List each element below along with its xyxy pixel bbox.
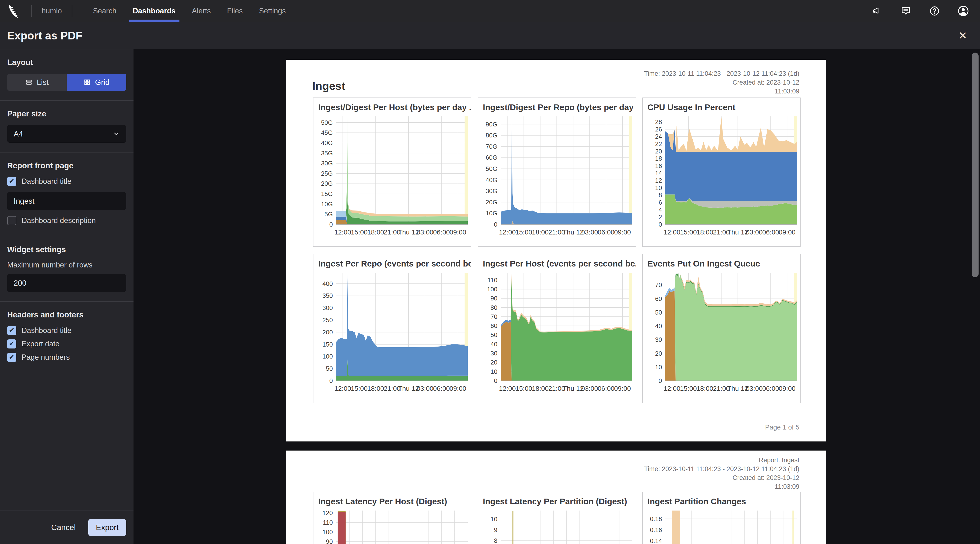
chart-plot: 8910 [478,507,636,544]
headers-footers-heading: Headers and footers [7,310,126,319]
svg-text:06:00: 06:00 [598,228,614,236]
svg-text:0.16: 0.16 [650,526,662,533]
svg-text:09:00: 09:00 [779,385,795,392]
grid-icon [83,79,91,86]
chart-plot: 024681012141618202224262812:0015:0018:00… [643,113,800,242]
svg-text:90G: 90G [486,121,497,128]
svg-text:50: 50 [490,331,497,338]
layout-section: Layout List Grid [0,49,134,101]
page2-time-range: Time: 2023-10-11 11:04:23 - 2023-10-12 1… [644,465,799,474]
svg-text:0: 0 [329,221,333,228]
dashboard-description-checkbox-row[interactable]: Dashboard description [7,216,126,225]
hf-export-date-checkbox[interactable] [7,339,16,349]
svg-text:70G: 70G [486,143,497,150]
layout-grid-button[interactable]: Grid [67,74,126,91]
svg-text:10: 10 [655,184,662,192]
close-icon[interactable]: ✕ [955,28,970,43]
nav-item-alerts[interactable]: Alerts [184,0,219,22]
widget-settings-heading: Widget settings [7,245,126,254]
hf-dashboard-title-label: Dashboard title [22,326,72,335]
svg-text:18:00: 18:00 [697,385,713,392]
feedback-icon[interactable] [900,5,912,17]
max-rows-input-value: 200 [14,279,26,287]
svg-text:50G: 50G [321,119,333,126]
dashboard-title-checkbox-row[interactable]: Dashboard title [7,177,126,186]
hf-export-date-row[interactable]: Export date [7,339,126,349]
nav-item-files[interactable]: Files [219,0,251,22]
paper-size-select[interactable]: A4 [7,125,126,143]
brand-name[interactable]: humio [32,7,72,15]
chart-widget-title: Ingest Partition Changes [643,492,800,507]
svg-text:12:00: 12:00 [499,385,515,392]
hf-dashboard-title-checkbox[interactable] [7,326,16,335]
svg-text:20G: 20G [321,180,333,187]
svg-text:Thu 12: Thu 12 [727,385,748,392]
svg-text:09:00: 09:00 [779,228,795,236]
cancel-button[interactable]: Cancel [51,523,76,532]
svg-text:03:00: 03:00 [581,385,598,392]
dashboard-description-checkbox[interactable] [7,216,16,225]
svg-text:Thu 12: Thu 12 [398,228,419,236]
svg-text:06:00: 06:00 [598,385,614,392]
hf-dashboard-title-row[interactable]: Dashboard title [7,326,126,335]
svg-text:18:00: 18:00 [367,228,384,236]
svg-text:18:00: 18:00 [532,228,549,236]
svg-text:50: 50 [655,309,662,316]
svg-text:80G: 80G [486,132,497,139]
svg-text:12: 12 [655,177,662,184]
report-front-page-heading: Report front page [7,161,126,170]
dashboard-title-checkbox-label: Dashboard title [22,177,72,186]
svg-text:06:00: 06:00 [762,385,779,392]
help-icon[interactable] [928,5,941,17]
svg-text:9: 9 [494,526,497,533]
svg-text:10: 10 [490,368,497,375]
svg-text:26: 26 [655,126,662,133]
scrollbar-thumb[interactable] [972,52,978,277]
chevron-down-icon [113,130,120,138]
svg-text:15:00: 15:00 [515,385,532,392]
chart-plot: 05G10G15G20G25G30G35G40G45G50G12:0015:00… [313,113,471,242]
svg-text:40G: 40G [321,140,333,146]
svg-text:14: 14 [655,170,662,177]
svg-text:0: 0 [329,377,333,384]
paper-size-heading: Paper size [7,109,126,118]
svg-text:0: 0 [659,377,662,384]
svg-text:35G: 35G [321,150,333,157]
svg-text:20: 20 [655,148,662,155]
list-icon [25,79,33,86]
svg-text:06:00: 06:00 [762,228,779,236]
preview-scrollbar[interactable] [972,52,978,507]
paper-size-value: A4 [14,130,23,138]
layout-list-button[interactable]: List [7,74,67,91]
svg-text:150: 150 [323,341,333,348]
svg-text:09:00: 09:00 [614,385,631,392]
svg-text:8: 8 [494,537,497,544]
svg-text:03:00: 03:00 [746,385,762,392]
nav-item-search[interactable]: Search [85,0,124,22]
svg-text:0.14: 0.14 [650,537,662,544]
hf-page-numbers-row[interactable]: Page numbers [7,353,126,362]
svg-text:18:00: 18:00 [532,385,549,392]
svg-text:45G: 45G [321,129,333,136]
account-icon[interactable] [957,5,969,17]
svg-text:200: 200 [323,329,333,336]
dashboard-title-checkbox[interactable] [7,177,16,186]
svg-text:6: 6 [659,199,662,206]
chart-widget-title: Ingest/Digest Per Repo (bytes per day ..… [478,98,636,113]
nav-right-icons [871,5,980,17]
hf-page-numbers-checkbox[interactable] [7,353,16,362]
max-rows-input[interactable]: 200 [7,274,126,292]
svg-text:400: 400 [323,280,333,287]
nav-item-dashboards[interactable]: Dashboards [125,0,184,22]
falcon-logo-icon[interactable] [7,3,23,18]
chart-widget-title: Ingest Latency Per Partition (Digest) [478,492,636,507]
megaphone-icon[interactable] [871,5,883,17]
nav-item-settings[interactable]: Settings [251,0,294,22]
chart-widget: Ingest/Digest Per Repo (bytes per day ..… [478,98,636,247]
export-button[interactable]: Export [88,519,126,536]
dashboard-title-input[interactable]: Ingest [7,192,126,210]
svg-text:350: 350 [323,292,333,299]
svg-text:60G: 60G [486,154,497,161]
chart-widget: Ingest Latency Per Host (Digest)90100110… [313,492,471,544]
chart-plot: 01020304050607012:0015:0018:0021:00Thu 1… [643,270,800,398]
